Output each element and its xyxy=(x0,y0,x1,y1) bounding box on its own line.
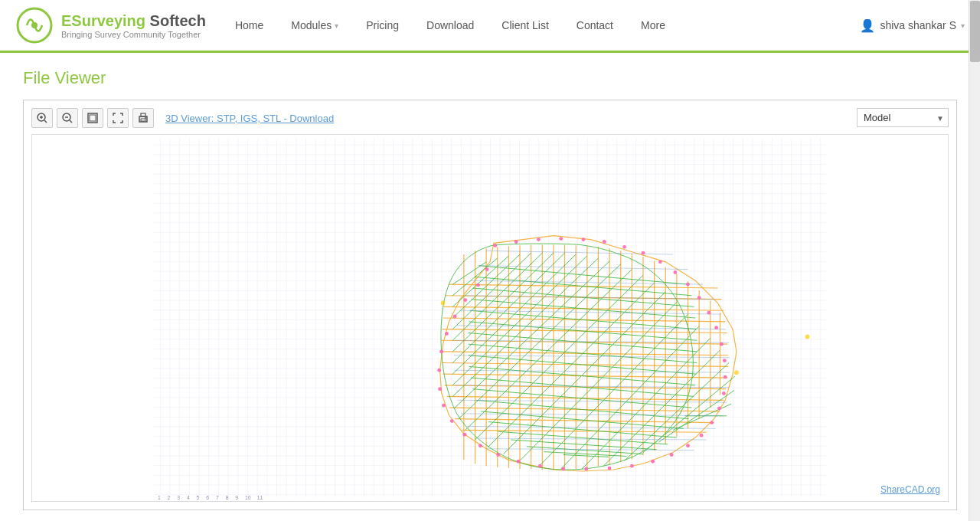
svg-point-110 xyxy=(673,270,677,274)
svg-point-14 xyxy=(145,117,146,119)
print-icon xyxy=(138,113,149,123)
svg-point-141 xyxy=(463,298,467,302)
print-button[interactable] xyxy=(132,108,154,128)
svg-point-135 xyxy=(442,404,446,408)
logo-green-text: ESurveying xyxy=(61,12,145,29)
logo-dark-text: Softech xyxy=(145,12,206,29)
scrollbar-thumb[interactable] xyxy=(970,1,980,62)
user-menu[interactable]: 👤 shiva shankar S ▾ xyxy=(860,18,965,33)
svg-point-117 xyxy=(724,375,727,379)
svg-point-128 xyxy=(561,467,565,471)
svg-point-120 xyxy=(710,421,714,424)
user-chevron-icon: ▾ xyxy=(961,21,965,30)
svg-point-107 xyxy=(622,245,626,249)
svg-point-108 xyxy=(642,251,645,255)
nav-contact[interactable]: Contact xyxy=(563,0,627,52)
svg-point-142 xyxy=(476,283,480,287)
svg-point-116 xyxy=(723,359,727,362)
sharecad-link[interactable]: ShareCAD.org xyxy=(880,484,940,495)
svg-point-104 xyxy=(559,237,563,241)
viewer-toolbar: 3D Viewer: STP, IGS, STL - Download xyxy=(31,108,949,128)
svg-text:3: 3 xyxy=(177,495,180,500)
logo-icon xyxy=(15,6,54,44)
nav-modules[interactable]: Modules ▾ xyxy=(277,0,352,52)
nav-download[interactable]: Download xyxy=(413,0,488,52)
svg-text:9: 9 xyxy=(235,495,238,500)
zoom-in-button[interactable] xyxy=(31,108,53,128)
svg-point-126 xyxy=(608,467,612,470)
user-icon: 👤 xyxy=(860,18,875,33)
svg-text:5: 5 xyxy=(197,495,200,500)
svg-point-101 xyxy=(493,244,497,247)
svg-point-105 xyxy=(582,238,586,241)
expand-button[interactable] xyxy=(107,108,129,128)
svg-point-146 xyxy=(734,370,739,375)
svg-point-143 xyxy=(485,267,489,271)
svg-point-124 xyxy=(651,460,655,464)
svg-text:4: 4 xyxy=(187,495,190,500)
svg-point-115 xyxy=(720,342,724,346)
svg-point-123 xyxy=(670,453,674,457)
svg-rect-10 xyxy=(90,115,96,121)
logo-text: ESurveying Softech Bringing Survey Commu… xyxy=(61,12,206,39)
svg-point-122 xyxy=(686,444,690,447)
svg-point-111 xyxy=(686,283,690,287)
svg-point-133 xyxy=(462,433,466,437)
svg-text:11: 11 xyxy=(257,495,263,500)
svg-text:8: 8 xyxy=(226,495,229,500)
svg-point-139 xyxy=(445,332,449,336)
nav-pricing[interactable]: Pricing xyxy=(352,0,413,52)
svg-point-136 xyxy=(438,387,442,391)
svg-point-129 xyxy=(538,464,542,468)
svg-point-102 xyxy=(514,240,518,244)
svg-point-109 xyxy=(658,260,662,264)
svg-point-119 xyxy=(717,407,721,411)
expand-icon xyxy=(113,113,123,123)
svg-point-121 xyxy=(700,434,704,437)
nav-more[interactable]: More xyxy=(627,0,679,52)
zoom-out-button[interactable] xyxy=(57,108,78,128)
logo-title: ESurveying Softech xyxy=(61,12,206,30)
svg-point-131 xyxy=(496,453,500,457)
header: ESurveying Softech Bringing Survey Commu… xyxy=(0,0,980,53)
svg-point-144 xyxy=(805,334,810,339)
svg-text:2: 2 xyxy=(168,495,171,500)
page-content: File Viewer xyxy=(0,53,980,521)
cad-viewer: 123 456 789 1011 xyxy=(31,134,949,502)
svg-rect-13 xyxy=(141,119,145,121)
svg-point-134 xyxy=(450,419,454,423)
page-title: File Viewer xyxy=(23,68,957,88)
fit-button[interactable] xyxy=(82,108,103,128)
viewer-container: 3D Viewer: STP, IGS, STL - Download Mode… xyxy=(23,100,957,510)
svg-text:7: 7 xyxy=(216,495,219,500)
scrollbar[interactable] xyxy=(969,0,980,521)
svg-point-118 xyxy=(722,392,726,395)
logo-subtitle: Bringing Survey Community Together xyxy=(61,30,206,39)
svg-point-103 xyxy=(537,238,541,241)
nav-home[interactable]: Home xyxy=(221,0,277,52)
svg-rect-16 xyxy=(154,139,826,497)
svg-point-113 xyxy=(707,311,710,315)
svg-text:6: 6 xyxy=(206,495,209,500)
fit-icon xyxy=(87,113,98,123)
svg-point-125 xyxy=(630,464,634,468)
svg-point-112 xyxy=(697,296,701,300)
svg-point-130 xyxy=(517,460,521,464)
nav-client-list[interactable]: Client List xyxy=(488,0,562,52)
svg-point-138 xyxy=(439,349,443,353)
model-selector[interactable]: Model Wireframe Shaded xyxy=(857,108,949,127)
3d-viewer-link[interactable]: 3D Viewer: STP, IGS, STL - Download xyxy=(165,113,334,124)
main-nav: Home Modules ▾ Pricing Download Client L… xyxy=(221,0,860,52)
svg-point-1 xyxy=(31,22,38,28)
cad-drawing: 123 456 789 1011 xyxy=(32,135,948,501)
svg-point-137 xyxy=(437,369,441,372)
user-label: shiva shankar S xyxy=(880,19,956,31)
model-selector-wrap: Model Wireframe Shaded xyxy=(857,108,949,127)
zoom-out-icon xyxy=(62,113,73,123)
svg-point-114 xyxy=(714,326,718,329)
svg-line-5 xyxy=(44,120,47,123)
svg-text:10: 10 xyxy=(245,495,251,500)
svg-text:1: 1 xyxy=(158,495,161,500)
zoom-in-icon xyxy=(37,113,47,123)
svg-line-8 xyxy=(70,120,72,123)
